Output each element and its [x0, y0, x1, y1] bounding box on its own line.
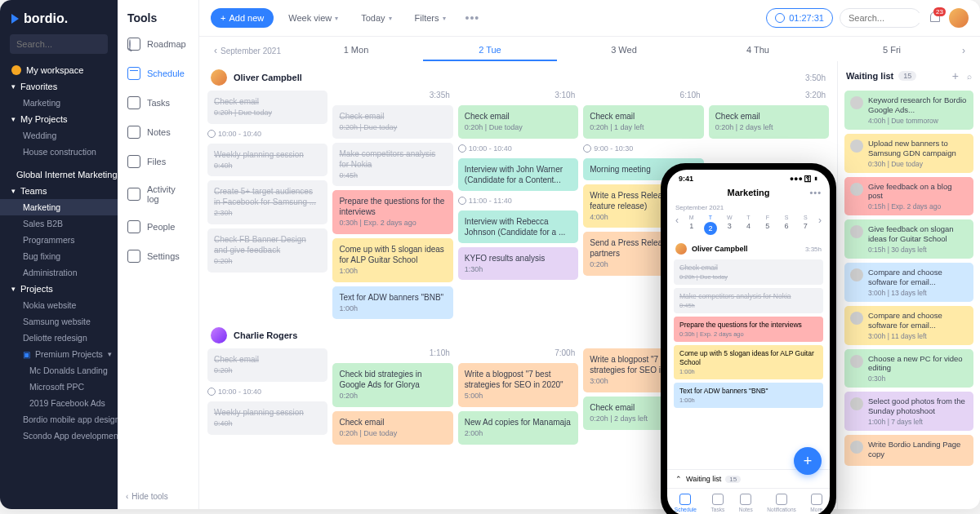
day-header[interactable]: 2 Tue	[423, 40, 557, 61]
sidebar-search[interactable]	[10, 34, 108, 54]
task-card[interactable]: Weekly planning session0:40h	[207, 401, 327, 435]
waiting-card[interactable]: Write Bordio Landing Page copy	[844, 435, 973, 466]
phone-day[interactable]: S6	[777, 215, 795, 235]
phone-tab[interactable]: Notifications	[767, 494, 795, 512]
projects-item[interactable]: Deliotte redesign	[0, 330, 118, 346]
projects-item[interactable]: Bordio mobile app design	[0, 411, 118, 428]
myprojects-item[interactable]: House construction	[0, 144, 118, 160]
more-menu[interactable]: •••	[461, 11, 485, 24]
task-card[interactable]: Interview with Rebecca Johnson (Candidat…	[458, 210, 578, 243]
task-card[interactable]: Interview with John Warner (Candidate fo…	[458, 158, 578, 191]
task-card[interactable]: Check email0:20h | Due today	[207, 91, 327, 124]
phone-task-card[interactable]: Check email0:20h | Due today	[674, 259, 823, 285]
waiting-card[interactable]: Choose a new PC for video editing0:30h	[844, 349, 973, 388]
waiting-add-button[interactable]: +	[952, 69, 959, 82]
waiting-card[interactable]: Give feedback on a blog post0:15h | Exp.…	[844, 177, 973, 216]
task-card[interactable]: Check email0:20h | 2 days left	[709, 105, 829, 139]
waiting-card[interactable]: Compare and choose software for email...…	[844, 306, 973, 345]
waiting-card[interactable]: Give feedback on slogan ideas for Guitar…	[844, 219, 973, 259]
teams-item[interactable]: Programmers	[0, 232, 118, 248]
sidebar-search-input[interactable]	[16, 39, 129, 49]
tool-tasks[interactable]: Tasks	[118, 88, 198, 117]
tool-people[interactable]: People	[118, 212, 198, 241]
next-week-button[interactable]: ›	[959, 45, 969, 56]
prev-week-button[interactable]: ‹	[211, 45, 220, 56]
phone-tab[interactable]: Schedule	[675, 494, 697, 512]
add-new-button[interactable]: +Add new	[211, 8, 274, 28]
phone-day[interactable]: F5	[758, 215, 777, 235]
favorites-header[interactable]: ▾Favorites	[0, 78, 118, 95]
task-card[interactable]: Check bid strategies in Google Ads for G…	[332, 363, 452, 407]
projects-item[interactable]: Nokia website	[0, 297, 118, 313]
task-card[interactable]: Check email0:20h | Due today	[458, 105, 578, 139]
task-card[interactable]: Check email0:20h | Due today	[332, 105, 452, 139]
phone-task-card[interactable]: Make competitors analysis for Nokia0:45h	[674, 288, 823, 313]
search-icon[interactable]: ⌕	[967, 72, 972, 81]
phone-tab[interactable]: More	[810, 494, 822, 512]
phone-day[interactable]: T4	[739, 215, 758, 235]
premium-item[interactable]: Microsoft PPC	[0, 379, 118, 395]
task-card[interactable]: Create 5+ target audiences in Facebook f…	[207, 180, 327, 224]
tool-notes[interactable]: Notes	[118, 117, 198, 147]
teams-item[interactable]: Bug fixing	[0, 248, 118, 264]
notifications-button[interactable]: 23	[928, 11, 942, 25]
task-card[interactable]: Make competitors analysis for Nokia0:45h	[332, 143, 452, 187]
teams-item[interactable]: Administration	[0, 264, 118, 281]
waiting-card[interactable]: Keyword research for Bordio Google Ads..…	[844, 91, 973, 130]
phone-fab-button[interactable]: +	[794, 447, 822, 475]
hide-tools-button[interactable]: ‹Hide tools	[118, 484, 198, 509]
projects-header[interactable]: ▾Projects	[0, 281, 118, 297]
task-card[interactable]: Check FB Banner Design and give feedback…	[207, 228, 327, 273]
tool-settings[interactable]: Settings	[118, 241, 198, 271]
task-card[interactable]: New Ad copies for Manamaja2:00h	[458, 411, 578, 445]
today-button[interactable]: Today▾	[353, 8, 399, 28]
day-header[interactable]: 4 Thu	[691, 40, 825, 61]
phone-day[interactable]: W3	[720, 215, 739, 235]
teams-item[interactable]: Sales B2B	[0, 215, 118, 232]
workspace-item[interactable]: My workspace	[0, 62, 118, 78]
phone-tab[interactable]: Tasks	[711, 494, 725, 512]
task-card[interactable]: Check email0:20h	[207, 348, 327, 382]
phone-day[interactable]: M1	[682, 215, 701, 235]
filters-dropdown[interactable]: Filters▾	[407, 8, 454, 28]
task-card[interactable]: Text for ADW banners "BNB"1:00h	[332, 286, 452, 320]
projects-item[interactable]: Samsung website	[0, 313, 118, 330]
task-card[interactable]: Weekly planning session0:40h	[207, 144, 327, 177]
premium-folder[interactable]: ▣Premium Projects▾	[0, 346, 118, 362]
task-card[interactable]: Come up with 5 slogan ideas for ALP Guit…	[332, 238, 452, 282]
waiting-card[interactable]: Upload new banners to Samsung GDN campai…	[844, 134, 973, 173]
day-header[interactable]: 3 Wed	[557, 40, 691, 61]
myprojects-item[interactable]: Wedding	[0, 127, 118, 144]
phone-task-card[interactable]: Come up with 5 slogan ideas for ALP Guit…	[674, 345, 823, 379]
projects-item[interactable]: Scondo App development	[0, 428, 118, 444]
org-item[interactable]: Global Internet Marketing	[0, 166, 118, 183]
tool-files[interactable]: Files	[118, 147, 198, 176]
task-card[interactable]: Check email0:20h | 1 day left	[583, 105, 703, 139]
phone-task-card[interactable]: Text for ADW banners "BNB"1:00h	[674, 383, 823, 408]
task-card[interactable]: Prepare the questions for the interviews…	[332, 190, 452, 234]
task-card[interactable]: KYFO results analysis1:30h	[458, 247, 578, 281]
myprojects-header[interactable]: ▾My Projects	[0, 111, 118, 127]
view-dropdown[interactable]: Week view▾	[280, 8, 346, 28]
timer-badge[interactable]: 01:27:31	[766, 8, 833, 28]
phone-more-icon[interactable]: •••	[809, 188, 822, 197]
teams-item[interactable]: Marketing	[0, 199, 118, 215]
phone-next[interactable]: ›	[815, 215, 825, 235]
user-avatar[interactable]	[949, 8, 969, 28]
tool-roadmap[interactable]: Roadmap	[118, 29, 198, 59]
tool-activity[interactable]: Activity log	[118, 176, 198, 212]
phone-day[interactable]: T2	[701, 215, 719, 235]
teams-header[interactable]: ▾Teams	[0, 183, 118, 199]
day-header[interactable]: 1 Mon	[289, 40, 423, 61]
task-card[interactable]: Check email0:20h | Due today	[332, 411, 452, 445]
phone-tab[interactable]: Notes	[739, 494, 753, 512]
phone-prev[interactable]: ‹	[672, 215, 682, 235]
phone-day[interactable]: S7	[796, 215, 815, 235]
day-header[interactable]: 5 Fri	[825, 40, 959, 61]
task-card[interactable]: Write a blogpost "7 best strategies for …	[458, 363, 578, 407]
phone-task-card[interactable]: Prepare the questions for the interviews…	[674, 317, 823, 342]
tool-schedule[interactable]: Schedule	[118, 59, 198, 88]
premium-item[interactable]: 2019 Facebook Ads	[0, 395, 118, 411]
topbar-search[interactable]: ⌕	[840, 8, 921, 28]
favorites-item[interactable]: Marketing	[0, 95, 118, 111]
